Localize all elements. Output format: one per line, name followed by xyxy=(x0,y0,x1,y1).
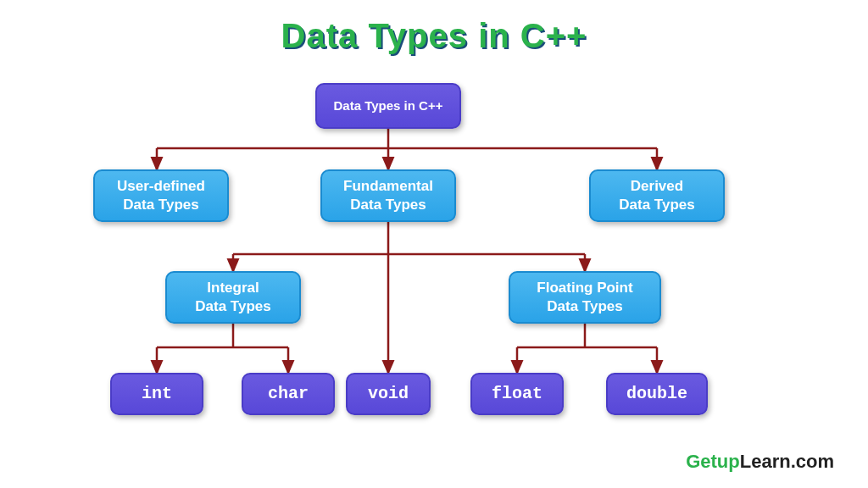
node-root: Data Types in C++ xyxy=(315,83,461,129)
node-char: char xyxy=(242,373,335,415)
watermark: GetupLearn.com xyxy=(686,451,834,473)
node-fundamental: Fundamental Data Types xyxy=(320,169,456,222)
node-int: int xyxy=(110,373,203,415)
node-double-label: double xyxy=(626,383,687,405)
node-double: double xyxy=(606,373,708,415)
node-fundamental-line2: Data Types xyxy=(350,197,426,213)
node-user-defined-line2: Data Types xyxy=(123,197,198,213)
node-derived-line2: Data Types xyxy=(619,197,694,213)
node-void-label: void xyxy=(368,383,409,405)
watermark-part1: Getup xyxy=(686,451,740,472)
node-int-label: int xyxy=(142,383,172,405)
node-void: void xyxy=(346,373,431,415)
node-floating-line1: Floating Point xyxy=(537,280,632,296)
node-floating: Floating Point Data Types xyxy=(509,271,661,324)
node-user-defined: User-defined Data Types xyxy=(93,169,229,222)
node-fundamental-line1: Fundamental xyxy=(343,178,433,194)
node-integral-line2: Data Types xyxy=(195,298,270,314)
node-user-defined-line1: User-defined xyxy=(117,178,205,194)
node-floating-line2: Data Types xyxy=(547,298,622,314)
node-integral-line1: Integral xyxy=(207,280,259,296)
node-derived-line1: Derived xyxy=(631,178,683,194)
diagram-title: Data Types in C++ xyxy=(0,17,868,55)
node-integral: Integral Data Types xyxy=(165,271,301,324)
node-float-label: float xyxy=(492,383,542,405)
node-derived: Derived Data Types xyxy=(589,169,725,222)
node-float: float xyxy=(470,373,564,415)
node-root-label: Data Types in C++ xyxy=(334,97,443,114)
watermark-part2: Learn xyxy=(740,451,791,472)
node-char-label: char xyxy=(268,383,309,405)
watermark-part3: .com xyxy=(791,451,834,472)
